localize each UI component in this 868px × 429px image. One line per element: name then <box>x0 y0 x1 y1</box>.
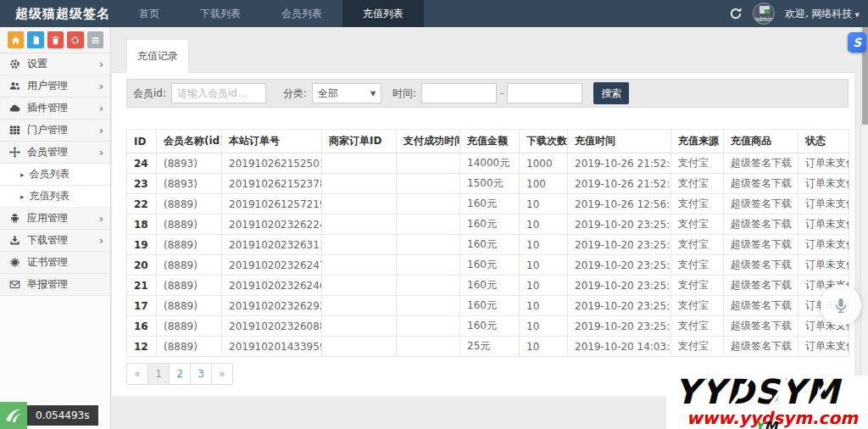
table-cell: 10 <box>520 214 568 235</box>
page-button-3[interactable]: 3 <box>190 363 212 385</box>
category-select[interactable]: 全部 ▼ <box>312 83 381 103</box>
table-cell: 订单未支付 <box>798 174 849 194</box>
table-cell: 10 <box>520 194 568 214</box>
table-cell: 10 <box>520 337 568 357</box>
table-row: 12(8889)201910201433959325元102019-10-20 … <box>127 337 849 357</box>
debug-badge: 0.054493s <box>0 402 98 429</box>
trash-icon <box>51 36 60 45</box>
chevron-right-icon: › <box>99 234 103 247</box>
list-button[interactable] <box>87 31 103 48</box>
sidebar-item-门户管理[interactable]: 门户管理› <box>0 120 110 142</box>
tab-recharge-records[interactable]: 充值记录 <box>126 39 189 73</box>
column-header: 本站订单号 <box>222 130 322 153</box>
sidebar-item-用户管理[interactable]: 用户管理› <box>0 75 110 98</box>
chevron-down-icon: ▼ <box>855 12 860 19</box>
sidebar: 设置›用户管理›插件管理›门户管理›会员管理›▸会员列表▸充值列表应用管理›下载… <box>0 27 111 429</box>
scrollbar-track[interactable] <box>860 27 868 429</box>
table-cell <box>397 174 460 194</box>
table-row: 24(8893)2019102621525017014000元10002019-… <box>127 153 849 174</box>
microphone-button[interactable] <box>821 285 861 326</box>
table-header-row: ID会员名称(id)本站订单号商家订单ID支付成功时间充值金额下载次数充值时间充… <box>127 130 849 153</box>
page-button-«[interactable]: « <box>126 363 148 385</box>
table-cell: 支付宝 <box>671 276 724 296</box>
table-cell <box>322 316 397 337</box>
certificate-icon <box>8 257 20 269</box>
time-to-input[interactable] <box>507 83 582 103</box>
table-row: 23(8893)201910262152378151500元1002019-10… <box>127 174 849 194</box>
select-caret-icon: ▼ <box>370 90 376 98</box>
nav-item-3[interactable]: 会员列表 <box>261 0 342 27</box>
column-header: 充值时间 <box>568 130 671 153</box>
sidebar-subitem-会员列表[interactable]: ▸会员列表 <box>0 164 110 186</box>
table-cell: (8889) <box>157 337 222 357</box>
spinner-icon <box>70 36 80 45</box>
caret-right-icon: ▸ <box>20 170 25 179</box>
table-cell: 20191026215237815 <box>222 174 322 194</box>
table-row: 20(8889)2019102023262476160元102019-10-20… <box>127 255 849 276</box>
cloud-icon <box>8 103 20 114</box>
column-header: 充值商品 <box>724 130 798 153</box>
table-cell: 2019-10-20 23:25:40 <box>568 214 671 235</box>
chevron-right-icon: › <box>99 102 103 114</box>
table-cell: 2019-10-26 12:56:45 <box>568 194 671 214</box>
table-cell: 160元 <box>460 194 520 214</box>
nav-item-1[interactable]: 首页 <box>119 0 180 27</box>
table-cell: 20191026125721976 <box>222 194 322 214</box>
time-from-input[interactable] <box>421 83 497 103</box>
column-header: 充值来源 <box>671 130 724 153</box>
table-cell: 160元 <box>460 214 520 235</box>
sidebar-item-证书管理[interactable]: 证书管理 <box>0 252 110 274</box>
table-cell: 19 <box>127 235 157 255</box>
table-cell <box>397 214 460 235</box>
sidebar-subitem-充值列表[interactable]: ▸充值列表 <box>0 186 110 208</box>
nav-item-2[interactable]: 下载列表 <box>180 0 261 27</box>
trash-button[interactable] <box>47 31 64 48</box>
chevron-right-icon: › <box>99 146 103 159</box>
nav-item-4[interactable]: 充值列表 <box>342 0 424 27</box>
sidebar-item-应用管理[interactable]: 应用管理› <box>0 208 110 230</box>
file-button[interactable] <box>27 31 43 48</box>
browser-extension-icon[interactable]: S <box>848 32 866 53</box>
sidebar-subitem-label: 充值列表 <box>30 189 70 203</box>
table-cell <box>322 174 397 194</box>
thinkphp-logo-icon[interactable] <box>0 402 27 429</box>
table-cell: 1500元 <box>460 174 520 194</box>
table-cell: 支付宝 <box>671 235 724 255</box>
recharge-table: ID会员名称(id)本站订单号商家订单ID支付成功时间充值金额下载次数充值时间充… <box>126 129 849 357</box>
table-cell <box>322 255 397 276</box>
page-button-1[interactable]: 1 <box>147 363 170 385</box>
table-cell <box>322 296 397 316</box>
main-content: 充值记录 会员id: 分类: 全部 ▼ 时间: - 搜索 ID会员名称(id)本… <box>112 27 868 429</box>
sidebar-item-设置[interactable]: 设置› <box>0 53 110 75</box>
member-id-input[interactable] <box>171 83 266 103</box>
table-cell: 2019102023263111 <box>222 235 322 255</box>
table-cell <box>322 276 397 296</box>
sidebar-item-下载管理[interactable]: 下载管理› <box>0 230 110 252</box>
avatar[interactable]: admin <box>753 3 775 25</box>
home-button[interactable] <box>8 31 24 48</box>
page-button-2[interactable]: 2 <box>169 363 191 385</box>
table-cell <box>322 337 397 357</box>
table-cell: (8889) <box>157 316 222 337</box>
table-cell: 2019-10-20 23:25:40 <box>568 276 671 296</box>
table-cell: 订单未支付 <box>798 194 849 214</box>
table-cell: (8889) <box>157 214 222 235</box>
table-cell: 10 <box>520 276 568 296</box>
sidebar-item-插件管理[interactable]: 插件管理› <box>0 98 110 120</box>
user-menu[interactable]: 欢迎, 网络科技▼ <box>785 7 860 21</box>
table-cell: 201910202326246 <box>222 276 322 296</box>
table-cell: (8889) <box>157 276 222 296</box>
sidebar-item-label: 用户管理 <box>27 79 68 93</box>
sidebar-item-会员管理[interactable]: 会员管理› <box>0 142 110 164</box>
table-cell: 2019102023262476 <box>222 255 322 276</box>
spinner-button[interactable] <box>67 31 83 48</box>
sidebar-item-举报管理[interactable]: 举报管理 <box>0 274 110 296</box>
download-icon <box>8 235 20 247</box>
page-button-»[interactable]: » <box>211 363 233 385</box>
refresh-icon[interactable] <box>729 7 743 20</box>
table-cell: 支付宝 <box>671 337 724 357</box>
table-cell: 支付宝 <box>671 296 724 316</box>
time-separator: - <box>500 87 504 99</box>
search-button[interactable]: 搜索 <box>593 82 629 104</box>
table-cell: 超级签名下载 <box>724 194 798 214</box>
